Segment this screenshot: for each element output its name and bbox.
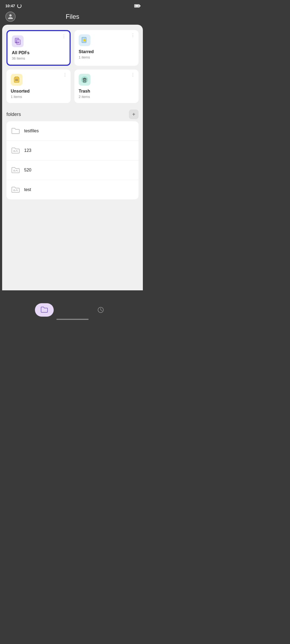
sync-icon [17, 4, 21, 8]
unsorted-icon-svg [13, 76, 20, 83]
status-bar: 10:47 [0, 0, 145, 10]
all-pdfs-name: All PDFs [12, 50, 65, 55]
starred-icon-svg [81, 36, 88, 44]
pdf-icon-svg: PDF [14, 38, 21, 45]
svg-line-24 [101, 310, 102, 311]
trash-icon-svg [81, 76, 88, 83]
recent-nav-icon [97, 306, 104, 313]
regular-folder-icon [11, 127, 20, 135]
add-folder-button[interactable]: + [129, 109, 139, 119]
files-nav-icon [40, 306, 48, 314]
folder-icon-test [11, 185, 20, 195]
folder-item-test[interactable]: test [6, 180, 139, 199]
folder-name-testfiles: testfiles [24, 129, 39, 133]
svg-point-19 [17, 170, 17, 171]
add-icon: + [132, 111, 135, 118]
photo-folder-icon-520 [11, 166, 20, 174]
unsorted-menu[interactable]: ⋮ [63, 73, 67, 77]
folders-section-header: folders + [6, 109, 139, 119]
folder-list: testfiles 123 [6, 121, 139, 199]
all-pdfs-menu[interactable]: ⋮ [62, 34, 66, 39]
folders-title: folders [6, 112, 21, 117]
svg-text:PDF: PDF [16, 42, 20, 43]
header: Files [0, 10, 145, 25]
page-title: Files [66, 13, 79, 20]
svg-point-21 [17, 189, 17, 190]
category-starred[interactable]: ⋮ Starred 1 items [74, 30, 139, 66]
svg-point-18 [14, 170, 15, 171]
folder-icon-testfiles [11, 126, 20, 136]
unsorted-name: Unsorted [11, 89, 66, 94]
category-unsorted[interactable]: ⋮ Unsorted 1 items [6, 69, 71, 103]
status-time: 10:47 [5, 4, 15, 8]
svg-rect-6 [15, 77, 18, 78]
starred-icon [79, 34, 90, 46]
folder-name-test: test [24, 187, 31, 192]
svg-point-16 [14, 151, 15, 152]
home-indicator [56, 319, 89, 320]
starred-name: Starred [79, 49, 134, 54]
nav-recent-button[interactable] [91, 303, 110, 317]
folder-icon-123 [11, 146, 20, 155]
folder-name-123: 123 [24, 148, 31, 153]
profile-icon [8, 14, 13, 20]
main-content: PDF ⋮ All PDFs 36 items ⋮ Starred 1 item… [2, 25, 143, 290]
all-pdfs-count: 36 items [12, 56, 65, 60]
category-grid: PDF ⋮ All PDFs 36 items ⋮ Starred 1 item… [6, 30, 139, 103]
nav-files-button[interactable] [35, 303, 54, 317]
trash-count: 2 items [79, 95, 134, 99]
folder-icon-520 [11, 165, 20, 175]
starred-count: 1 items [79, 55, 134, 59]
unsorted-icon [11, 74, 23, 86]
folder-item-testfiles[interactable]: testfiles [6, 121, 139, 141]
trash-icon [79, 74, 90, 86]
trash-menu[interactable]: ⋮ [131, 73, 135, 77]
folder-item-123[interactable]: 123 [6, 141, 139, 160]
photo-folder-icon-test [11, 186, 20, 193]
svg-point-20 [14, 190, 15, 191]
avatar[interactable] [5, 12, 16, 22]
folder-name-520: 520 [24, 168, 31, 173]
trash-name: Trash [79, 89, 134, 94]
battery-icon [134, 4, 140, 8]
folder-item-520[interactable]: 520 [6, 160, 139, 180]
category-all-pdfs[interactable]: PDF ⋮ All PDFs 36 items [6, 30, 71, 66]
svg-point-17 [17, 150, 17, 151]
all-pdfs-icon: PDF [12, 35, 24, 47]
starred-menu[interactable]: ⋮ [131, 33, 135, 38]
photo-folder-icon-123 [11, 147, 20, 154]
unsorted-count: 1 items [11, 95, 66, 99]
category-trash[interactable]: ⋮ Trash 2 items [74, 69, 139, 103]
